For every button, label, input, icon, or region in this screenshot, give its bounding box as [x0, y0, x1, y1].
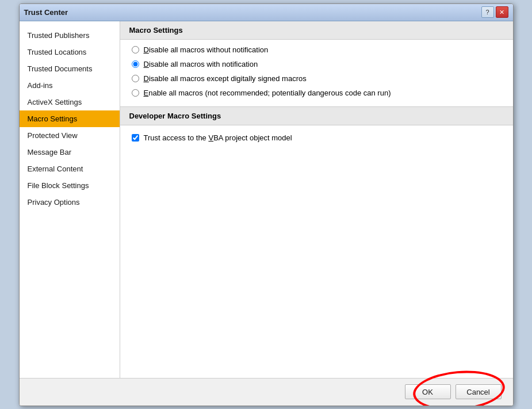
sidebar-item-macro-settings[interactable]: Macro Settings	[20, 110, 120, 127]
sidebar-item-file-block-settings[interactable]: File Block Settings	[20, 177, 120, 194]
help-button[interactable]: ?	[481, 6, 494, 18]
radio-label-4[interactable]: Enable all macros (not recommended; pote…	[144, 89, 391, 97]
sidebar: Trusted Publishers Trusted Locations Tru…	[20, 21, 120, 378]
radio-item-1: Disable all macros without notification	[132, 45, 502, 54]
dev-macro-settings-header: Developer Macro Settings	[120, 106, 513, 125]
footer: OK Cancel	[20, 378, 513, 406]
macro-settings-header: Macro Settings	[120, 21, 513, 40]
radio-item-3: Disable all macros except digitally sign…	[132, 74, 502, 83]
trust-center-window: Trust Center ? ✕ Trusted Publishers Trus…	[19, 3, 514, 406]
vba-checkbox[interactable]	[132, 134, 139, 142]
radio-disable-with-notification[interactable]	[132, 60, 139, 68]
title-bar-buttons: ? ✕	[481, 6, 508, 18]
sidebar-item-trusted-locations[interactable]: Trusted Locations	[20, 44, 120, 60]
close-button[interactable]: ✕	[496, 6, 508, 18]
macro-radio-group: Disable all macros without notification …	[120, 40, 513, 106]
sidebar-item-protected-view[interactable]: Protected View	[20, 127, 120, 144]
radio-disable-no-notification[interactable]	[132, 46, 139, 53]
vba-checkbox-label[interactable]: Trust access to the VBA project object m…	[144, 133, 292, 142]
sidebar-item-external-content[interactable]: External Content	[20, 160, 120, 177]
radio-disable-except-signed[interactable]	[132, 75, 139, 82]
radio-item-4: Enable all macros (not recommended; pote…	[132, 89, 502, 97]
cancel-button[interactable]: Cancel	[456, 384, 502, 399]
sidebar-item-privacy-options[interactable]: Privacy Options	[20, 194, 120, 211]
vba-checkbox-item: Trust access to the VBA project object m…	[120, 125, 513, 150]
title-bar: Trust Center ? ✕	[20, 4, 513, 21]
main-panel: Macro Settings Disable all macros withou…	[120, 21, 513, 378]
ok-button[interactable]: OK	[405, 384, 451, 399]
radio-label-3[interactable]: Disable all macros except digitally sign…	[144, 74, 307, 83]
sidebar-item-activex-settings[interactable]: ActiveX Settings	[20, 94, 120, 110]
radio-label-1[interactable]: Disable all macros without notification	[144, 45, 269, 54]
sidebar-item-trusted-publishers[interactable]: Trusted Publishers	[20, 27, 120, 44]
radio-enable-all[interactable]	[132, 89, 139, 97]
content-area: Trusted Publishers Trusted Locations Tru…	[20, 21, 513, 378]
sidebar-item-add-ins[interactable]: Add-ins	[20, 77, 120, 94]
sidebar-item-message-bar[interactable]: Message Bar	[20, 144, 120, 160]
window-title: Trust Center	[24, 8, 68, 17]
radio-label-2[interactable]: Disable all macros with notification	[144, 60, 258, 68]
radio-item-2: Disable all macros with notification	[132, 60, 502, 68]
sidebar-item-trusted-documents[interactable]: Trusted Documents	[20, 60, 120, 77]
